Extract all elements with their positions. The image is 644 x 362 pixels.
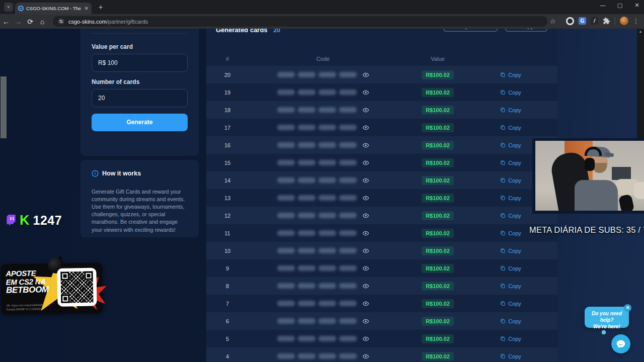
generated-cards-panel: Generated cards 20 Export to file Copy a… (206, 29, 557, 362)
table-row: 18 R$100.02 Copy (206, 101, 557, 119)
reveal-code-eye-icon[interactable] (362, 142, 369, 149)
reveal-code-eye-icon[interactable] (362, 318, 369, 325)
copy-code-button[interactable]: Copy (478, 265, 543, 272)
card-value-badge: R$100.02 (422, 88, 454, 97)
copy-all-button[interactable]: Copy all (505, 29, 547, 32)
copy-all-label: Copy all (520, 29, 541, 29)
card-code-blurred (249, 283, 397, 290)
bookmark-star-icon[interactable]: ☆ (550, 18, 556, 25)
copy-label: Copy (508, 177, 521, 184)
forward-button[interactable]: → (12, 18, 24, 26)
copy-icon (500, 195, 506, 201)
reveal-code-eye-icon[interactable] (362, 265, 369, 272)
window-maximize-button[interactable]: ▢ (617, 2, 623, 9)
browser-menu-icon[interactable]: ⋮ (633, 18, 639, 25)
help-line-2: We're here! (585, 323, 629, 330)
reveal-code-eye-icon[interactable] (362, 177, 369, 184)
row-number: 14 (206, 177, 249, 184)
tab-search-button[interactable]: ˅ (4, 3, 13, 12)
toolbar-divider (615, 17, 615, 25)
card-value-badge: R$100.02 (422, 317, 454, 326)
site-settings-icon[interactable] (58, 18, 64, 25)
reveal-code-eye-icon[interactable] (362, 247, 369, 254)
reveal-code-eye-icon[interactable] (362, 195, 369, 202)
generated-cards-title: Generated cards (216, 29, 268, 34)
chat-balloon-icon (616, 339, 626, 349)
betboom-ad-banner[interactable]: APOSTE EM CS2 NA BETBOOM 18+ Jogue com r… (1, 262, 103, 315)
copy-code-button[interactable]: Copy (478, 89, 543, 96)
new-tab-button[interactable]: + (96, 2, 106, 12)
tab-strip: ˅ CSGO-SKINS.COM - The best C ✕ + — ▢ ✕ (0, 0, 644, 14)
number-of-cards-input[interactable]: 20 (92, 89, 188, 107)
copy-code-button[interactable]: Copy (478, 248, 543, 254)
browser-tab[interactable]: CSGO-SKINS.COM - The best C ✕ (15, 3, 92, 14)
profile-avatar[interactable] (620, 17, 628, 25)
extensions-puzzle-icon[interactable] (603, 17, 610, 25)
export-to-file-button[interactable]: Export to file (443, 29, 498, 32)
reveal-code-eye-icon[interactable] (362, 212, 369, 219)
url-domain: csgo-skins.com (68, 19, 107, 25)
copy-code-button[interactable]: Copy (478, 72, 543, 78)
back-button[interactable]: ← (0, 18, 12, 26)
url-path: /partner/giftcards (107, 19, 148, 25)
streamer-torso (575, 180, 618, 211)
copy-code-button[interactable]: Copy (478, 125, 543, 131)
home-button[interactable]: ⌂ (36, 18, 48, 26)
value-per-card-input[interactable]: R$ 100 (92, 54, 188, 72)
row-number: 11 (206, 230, 249, 236)
card-code-blurred (249, 142, 397, 149)
page-scrollbar[interactable]: ▲ (637, 29, 644, 138)
card-code-blurred (249, 265, 397, 272)
address-bar[interactable]: csgo-skins.com/partner/giftcards (53, 16, 547, 27)
reveal-code-eye-icon[interactable] (362, 230, 369, 237)
card-value-badge: R$100.02 (422, 70, 454, 79)
card-value-badge: R$100.02 (422, 176, 454, 185)
reveal-code-eye-icon[interactable] (362, 71, 369, 78)
card-code-blurred (249, 177, 397, 184)
webcam-scene (535, 141, 644, 211)
copy-code-button[interactable]: Copy (478, 283, 543, 289)
reveal-code-eye-icon[interactable] (362, 159, 369, 166)
reveal-code-eye-icon[interactable] (362, 107, 369, 114)
reveal-code-eye-icon[interactable] (362, 124, 369, 131)
reveal-code-eye-icon[interactable] (362, 283, 369, 290)
couch-cushion (634, 182, 644, 199)
table-row: 6 R$100.02 Copy (206, 312, 557, 330)
scrollbar-thumb[interactable] (1, 76, 7, 138)
col-value: Value (397, 56, 478, 62)
row-number: 20 (206, 72, 249, 78)
help-close-icon[interactable]: ✕ (624, 304, 631, 312)
reveal-code-eye-icon[interactable] (362, 300, 369, 307)
ad-line-3: BETBOOM (6, 286, 49, 295)
reveal-code-eye-icon[interactable] (362, 353, 369, 360)
copy-code-button[interactable]: Copy (478, 107, 543, 113)
export-icon (450, 29, 456, 29)
table-row: 8 R$100.02 Copy (206, 277, 557, 295)
tab-title: CSGO-SKINS.COM - The best C (26, 6, 82, 11)
github-extension-icon[interactable] (566, 17, 574, 25)
table-row: 10 R$100.02 Copy (206, 242, 557, 259)
reveal-code-eye-icon[interactable] (362, 335, 369, 342)
window-minimize-button[interactable]: — (600, 2, 606, 9)
table-row: 12 R$100.02 Copy (206, 207, 557, 224)
copy-code-button[interactable]: Copy (478, 318, 543, 324)
generate-button[interactable]: Generate (92, 114, 188, 131)
col-code: Code (249, 56, 397, 62)
google-extension-icon[interactable]: G (579, 17, 586, 25)
copy-code-button[interactable]: Copy (478, 301, 543, 307)
copy-code-button[interactable]: Copy (478, 353, 543, 359)
tab-close-icon[interactable]: ✕ (85, 6, 89, 11)
ad-fine-print: 18+ Jogue com responsabilidade Portaria … (7, 303, 44, 311)
copy-code-button[interactable]: Copy (478, 336, 543, 342)
scrollbar-up-arrow[interactable]: ▲ (637, 29, 644, 35)
help-bubble[interactable]: Do you need help? We're here! ✕ (585, 307, 629, 328)
row-number: 8 (206, 283, 249, 289)
chat-launcher-button[interactable] (611, 334, 630, 353)
reveal-code-eye-icon[interactable] (362, 89, 369, 96)
copy-label: Copy (508, 72, 521, 78)
card-code-blurred (249, 71, 397, 78)
copy-label: Copy (508, 318, 521, 324)
slash-extension-icon[interactable]: / (591, 17, 598, 25)
reload-button[interactable]: ⟳ (24, 18, 36, 26)
window-close-button[interactable]: ✕ (634, 2, 640, 9)
